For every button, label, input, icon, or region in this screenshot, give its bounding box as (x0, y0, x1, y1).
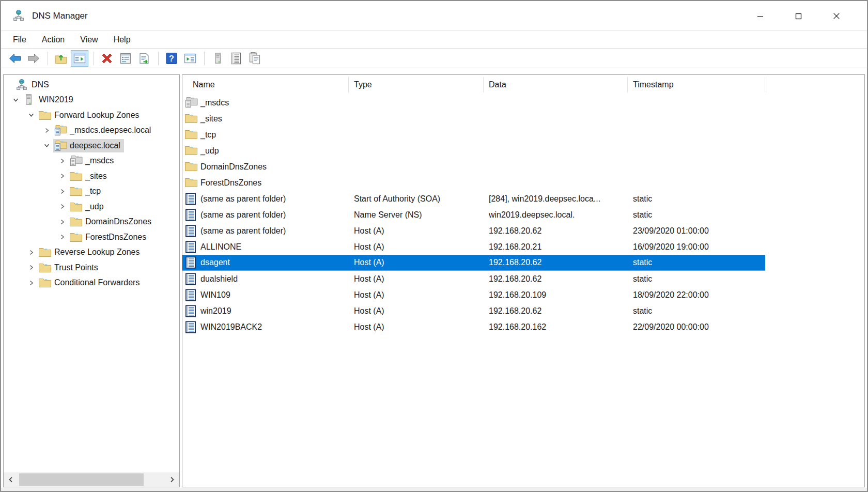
chevron-collapsed-icon[interactable] (55, 189, 69, 194)
chevron-collapsed-icon[interactable] (24, 265, 38, 270)
menu-help[interactable]: Help (106, 32, 138, 48)
folder-icon (184, 144, 198, 158)
tree-node[interactable]: _msdcs.deepsec.local (53, 124, 154, 137)
tree-node[interactable]: ForestDnsZones (69, 230, 150, 244)
folder-icon (184, 112, 198, 126)
show-console-tree-button[interactable] (71, 50, 88, 67)
close-button[interactable] (825, 1, 848, 31)
column-header-label: Data (489, 80, 506, 89)
record-icon (184, 224, 198, 238)
tree-node[interactable]: DNS (15, 78, 53, 91)
minimize-button[interactable] (748, 1, 772, 31)
chevron-expanded-icon[interactable] (40, 143, 53, 148)
menu-file[interactable]: File (5, 32, 34, 48)
list-row-same-as-parent-folder[interactable]: (same as parent folder)Start of Authorit… (182, 191, 765, 207)
chevron-expanded-icon[interactable] (9, 97, 22, 103)
delete-button[interactable] (98, 50, 116, 67)
tree-item-sites[interactable]: _sites (4, 168, 179, 184)
folder-icon (38, 262, 52, 274)
tree-node[interactable]: _sites (69, 170, 111, 183)
help-button[interactable]: ? (163, 50, 180, 67)
tree-item-trust-points[interactable]: Trust Points (4, 260, 179, 275)
column-header-timestamp[interactable]: Timestamp (628, 77, 765, 93)
list-row-tcp[interactable]: _tcp (182, 127, 765, 143)
chevron-collapsed-icon[interactable] (55, 219, 69, 225)
tree-item-msdcs[interactable]: _msdcs (4, 153, 179, 169)
scroll-right-button[interactable] (165, 472, 179, 487)
menu-action[interactable]: Action (34, 32, 72, 48)
list-row-allinone[interactable]: ALLINONEHost (A)192.168.20.2116/09/2020 … (182, 239, 765, 255)
column-header-name[interactable]: Name (182, 77, 349, 93)
tree-item-forward-lookup-zones[interactable]: Forward Lookup Zones (4, 107, 179, 123)
tree-node[interactable]: DomainDnsZones (69, 215, 155, 228)
scrollbar-thumb[interactable] (19, 473, 144, 486)
maximize-button[interactable] (786, 1, 810, 31)
list-row-domaindnszones[interactable]: DomainDnsZones (182, 159, 765, 175)
record-icon (184, 320, 198, 334)
record-name: WIN109 (200, 290, 230, 300)
tree-node[interactable]: _udp (69, 200, 107, 213)
chevron-collapsed-icon[interactable] (55, 173, 69, 179)
list-row-same-as-parent-folder[interactable]: (same as parent folder)Name Server (NS)w… (182, 207, 765, 223)
chevron-collapsed-icon[interactable] (55, 234, 69, 240)
column-header-type[interactable]: Type (349, 77, 484, 93)
list-row-udp[interactable]: _udp (182, 143, 765, 159)
back-button[interactable] (6, 50, 24, 67)
chevron-collapsed-icon[interactable] (55, 158, 69, 164)
list-row-dualshield[interactable]: dualshieldHost (A)192.168.20.62static (182, 271, 765, 287)
tree-item-tcp[interactable]: _tcp (4, 184, 179, 199)
list-row-msdcs[interactable]: _msdcs (182, 95, 765, 111)
chevron-expanded-icon[interactable] (24, 112, 38, 118)
title-bar: DNS Manager (1, 1, 867, 31)
tree-item-domaindnszones[interactable]: DomainDnsZones (4, 214, 179, 230)
chevron-collapsed-icon[interactable] (24, 280, 38, 286)
list-row-dsagent[interactable]: dsagentHost (A)192.168.20.62static (182, 255, 765, 271)
list-cell-type: Host (A) (349, 226, 484, 236)
tree-item-udp[interactable]: _udp (4, 199, 179, 214)
tree-node[interactable]: Reverse Lookup Zones (38, 245, 143, 259)
tree-horizontal-scrollbar[interactable] (4, 472, 179, 487)
tree-item-dns[interactable]: DNS (4, 77, 179, 93)
properties-button[interactable] (117, 50, 134, 67)
record-list-button[interactable] (227, 50, 245, 67)
new-window-button[interactable] (181, 50, 199, 67)
list-row-win2019[interactable]: win2019Host (A)192.168.20.62static (182, 303, 765, 319)
tree-node-selected[interactable]: deepsec.local (53, 139, 124, 152)
tree-item-forestdnszones[interactable]: ForestDnsZones (4, 229, 179, 245)
tree-node[interactable]: Trust Points (38, 261, 102, 274)
folder-icon (69, 185, 83, 197)
column-header-data[interactable]: Data (484, 77, 628, 93)
tree-node[interactable]: _tcp (69, 185, 104, 198)
chevron-collapsed-icon[interactable] (24, 250, 38, 255)
chevron-collapsed-icon[interactable] (55, 204, 69, 209)
server-button[interactable] (209, 50, 226, 67)
tree-item-label: _msdcs.deepsec.local (68, 126, 151, 135)
scroll-left-button[interactable] (4, 472, 18, 487)
tree-item-deepsec-local[interactable]: deepsec.local (4, 138, 179, 153)
export-list-icon (137, 52, 151, 65)
tree-item-label: _sites (83, 172, 107, 181)
toolbar-separator (48, 52, 48, 65)
list-row-same-as-parent-folder[interactable]: (same as parent folder)Host (A)192.168.2… (182, 223, 765, 239)
tree-node[interactable]: _msdcs (69, 154, 117, 167)
list-row-win109[interactable]: WIN109Host (A)192.168.20.10918/09/2020 2… (182, 287, 765, 303)
export-list-button[interactable] (135, 50, 153, 67)
list-row-win2019back2[interactable]: WIN2019BACK2Host (A)192.168.20.16222/09/… (182, 319, 765, 335)
list-row-forestdnszones[interactable]: ForestDnsZones (182, 175, 765, 191)
tree-item-msdcs-deepsec-local[interactable]: _msdcs.deepsec.local (4, 123, 179, 139)
tree-node[interactable]: Conditional Forwarders (38, 276, 143, 289)
tree-item-conditional-forwarders[interactable]: Conditional Forwarders (4, 275, 179, 291)
list-cell-timestamp: static (628, 258, 765, 267)
menu-view[interactable]: View (72, 32, 105, 48)
record-icon (184, 192, 198, 206)
list-row-sites[interactable]: _sites (182, 111, 765, 127)
tree-item-win2019[interactable]: WIN2019 (4, 93, 179, 108)
tree-node[interactable]: Forward Lookup Zones (38, 109, 143, 122)
up-one-level-button[interactable] (52, 50, 70, 67)
copy-button[interactable] (246, 50, 264, 67)
tree-node[interactable]: WIN2019 (22, 93, 77, 106)
forward-button[interactable] (25, 50, 42, 67)
tree-item-reverse-lookup-zones[interactable]: Reverse Lookup Zones (4, 245, 179, 260)
scrollbar-track[interactable] (18, 472, 165, 487)
chevron-collapsed-icon[interactable] (40, 128, 53, 133)
